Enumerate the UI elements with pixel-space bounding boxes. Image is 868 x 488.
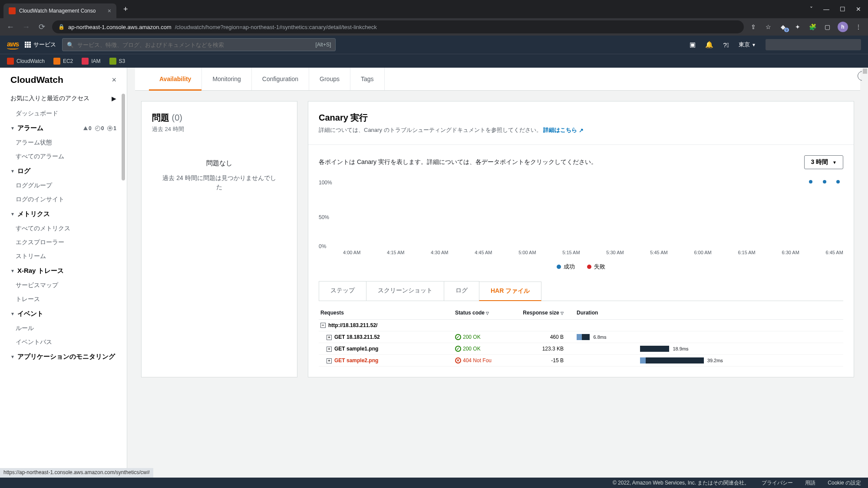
legend-fail[interactable]: 失敗 xyxy=(587,263,605,271)
bookmark-label: CloudWatch xyxy=(17,58,45,64)
sidebar-close-icon[interactable]: × xyxy=(112,75,116,85)
reload-button[interactable]: ⟳ xyxy=(36,22,47,32)
help-icon[interactable]: ?⃝ xyxy=(723,41,729,49)
data-point[interactable] xyxy=(836,180,840,183)
profile-avatar[interactable]: h xyxy=(838,22,848,32)
search-input[interactable] xyxy=(77,42,312,48)
main-content: i Availability Monitoring Configuration … xyxy=(127,68,868,478)
data-point[interactable] xyxy=(823,180,826,183)
main-scrollbar[interactable] xyxy=(862,68,868,478)
tab-close-icon[interactable]: × xyxy=(108,7,111,14)
minimize-icon[interactable]: ˅ xyxy=(810,6,813,13)
legend-success[interactable]: 成功 xyxy=(557,263,575,271)
aws-logo[interactable]: aws xyxy=(7,40,19,49)
chart-description: 各ポイントは Canary 実行を表します。詳細については、各データポイントをク… xyxy=(319,158,597,166)
browser-tab[interactable]: CloudWatch Management Conso × xyxy=(3,3,116,18)
canary-chart[interactable]: 100% 50% 0% 4:00 AM 4:15 AM 4:30 AM 4:45… xyxy=(319,176,843,259)
sidebar-service-map[interactable]: サービスマップ xyxy=(0,278,127,292)
y-tick: 100% xyxy=(319,180,332,186)
sort-icon: ▽ xyxy=(561,311,564,315)
sidebar-alarm-state[interactable]: アラーム状態 xyxy=(0,136,127,150)
subtab-step[interactable]: ステップ xyxy=(319,281,366,301)
close-button[interactable]: ✕ xyxy=(856,6,861,13)
tab-groups[interactable]: Groups xyxy=(309,68,350,90)
sidebar-all-alarms[interactable]: すべてのアラーム xyxy=(0,150,127,164)
subtab-screenshot[interactable]: スクリーンショット xyxy=(366,281,444,301)
subtab-har[interactable]: HAR ファイル xyxy=(479,282,541,301)
services-menu[interactable]: サービス xyxy=(25,41,56,49)
legend-dot-icon xyxy=(587,265,591,269)
request-name: GET sample2.png xyxy=(334,357,378,364)
sidebar-explorer[interactable]: エクスプローラー xyxy=(0,236,127,249)
tab-tags[interactable]: Tags xyxy=(350,68,385,90)
expand-icon[interactable]: + xyxy=(327,358,332,364)
menu-icon[interactable]: ⋮ xyxy=(854,23,863,31)
sidebar-xray[interactable]: ▼X-Ray トレース xyxy=(10,267,116,275)
sidebar-favorites[interactable]: お気に入りと最近のアクセス ▶ xyxy=(0,90,127,107)
har-table: Requests Status code ▽ Response size ▽ D… xyxy=(319,306,843,367)
sidebar-log-insights[interactable]: ログのインサイト xyxy=(0,193,127,206)
bookmark-cloudwatch[interactable]: CloudWatch xyxy=(7,58,45,65)
sidebar-all-metrics[interactable]: すべてのメトリクス xyxy=(0,222,127,236)
bookmark-star-icon[interactable]: ☆ xyxy=(764,23,772,31)
forward-button[interactable]: → xyxy=(21,23,31,32)
sidebar-log-groups[interactable]: ロググループ xyxy=(0,179,127,193)
notifications-icon[interactable]: 🔔 xyxy=(705,41,713,49)
sidepanel-icon[interactable]: ▢ xyxy=(823,23,832,31)
sidebar-dashboard[interactable]: ダッシュボード xyxy=(0,107,127,121)
footer-cookie[interactable]: Cookie の設定 xyxy=(828,479,861,487)
sidebar-events[interactable]: ▼イベント xyxy=(10,310,116,318)
har-row[interactable]: +GET sample1.png ✓200 OK 123.3 KB 18.9ms xyxy=(319,343,843,355)
canary-tabs: Availability Monitoring Configuration Gr… xyxy=(135,68,860,91)
extensions-icon[interactable]: 🧩 xyxy=(808,23,817,31)
new-tab-button[interactable]: + xyxy=(123,5,128,14)
address-bar[interactable]: 🔒 ap-northeast-1.console.aws.amazon.com/… xyxy=(52,20,744,33)
expand-icon[interactable]: + xyxy=(327,347,332,352)
extension2-icon[interactable]: ✦ xyxy=(793,23,802,31)
minimize-button[interactable]: — xyxy=(823,6,829,13)
back-button[interactable]: ← xyxy=(5,23,16,32)
share-icon[interactable]: ⇪ xyxy=(749,23,758,31)
bookmark-s3[interactable]: S3 xyxy=(109,58,125,65)
issues-count: (0) xyxy=(172,113,182,122)
footer-privacy[interactable]: プライバシー xyxy=(762,479,793,487)
tab-title: CloudWatch Management Conso xyxy=(19,8,104,14)
tab-availability[interactable]: Availability xyxy=(149,68,202,90)
footer-terms[interactable]: 用語 xyxy=(805,479,815,487)
aws-search[interactable]: 🔍 [Alt+S] xyxy=(62,38,336,51)
bookmark-ec2[interactable]: EC2 xyxy=(53,58,73,65)
col-requests[interactable]: Requests xyxy=(320,310,455,316)
sidebar-stream[interactable]: ストリーム xyxy=(0,249,127,263)
har-row[interactable]: +GET sample2.png ✕404 Not Fou -15 B 39.2… xyxy=(319,355,843,367)
cloudshell-icon[interactable]: ▣ xyxy=(690,41,696,49)
caret-down-icon: ▼ xyxy=(10,212,15,216)
time-range-select[interactable]: 3 時間 ▼ xyxy=(804,155,843,169)
no-issues-desc: 過去 24 時間に問題は見つかりませんでした xyxy=(152,174,287,192)
sidebar-app-monitoring[interactable]: ▼アプリケーションのモニタリング xyxy=(10,353,116,361)
expand-icon[interactable]: + xyxy=(327,335,332,340)
sidebar-logs[interactable]: ▼ログ xyxy=(10,167,116,175)
tab-configuration[interactable]: Configuration xyxy=(252,68,309,90)
sidebar-rule[interactable]: ルール xyxy=(0,321,127,335)
sidebar-metrics[interactable]: ▼メトリクス xyxy=(10,210,116,218)
sidebar-alarms[interactable]: ▼アラーム 0 ✓0 ⊖1 xyxy=(10,124,116,132)
subtab-log[interactable]: ログ xyxy=(444,281,479,301)
col-status[interactable]: Status code ▽ xyxy=(455,310,520,316)
tab-monitoring[interactable]: Monitoring xyxy=(202,68,251,90)
canary-title: Canary 実行 xyxy=(319,112,843,124)
sidebar-trace[interactable]: トレース xyxy=(0,292,127,306)
data-point[interactable] xyxy=(809,180,812,183)
bookmark-iam[interactable]: IAM xyxy=(82,58,100,65)
account-menu[interactable] xyxy=(766,39,861,50)
col-duration[interactable]: Duration▽ xyxy=(577,310,842,316)
sidebar-scrollbar[interactable] xyxy=(122,94,125,180)
har-row[interactable]: +GET 18.183.211.52 ✓200 OK 460 B 6.8ms xyxy=(319,331,843,343)
canary-help-link[interactable]: 詳細はこちら ↗ xyxy=(543,126,584,134)
har-group-row[interactable]: − http://18.183.211.52/ xyxy=(319,320,843,331)
collapse-icon[interactable]: − xyxy=(320,323,326,328)
region-selector[interactable]: 東京 ▼ xyxy=(739,41,756,49)
extension-icon[interactable]: ◆ xyxy=(779,23,787,31)
sidebar-event-bus[interactable]: イベントバス xyxy=(0,335,127,349)
maximize-button[interactable]: ☐ xyxy=(840,6,845,13)
col-size[interactable]: Response size ▽ xyxy=(520,310,577,316)
